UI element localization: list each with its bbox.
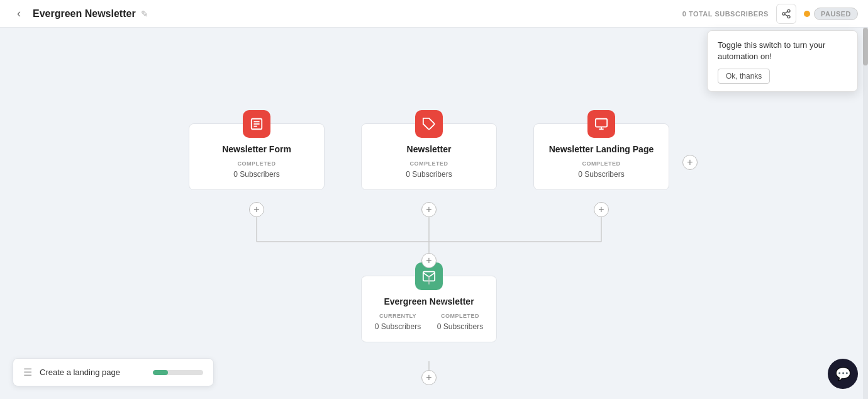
plus-bottom-button[interactable]: + [421, 370, 437, 385]
node-newsletter-form[interactable]: Newsletter Form COMPLETED 0 Subscribers [189, 123, 325, 190]
plus-landing-right-icon: + [687, 157, 693, 168]
newsletter-icon [415, 110, 443, 138]
node-evergreen-newsletter[interactable]: Evergreen Newsletter CURRENTLY 0 Subscri… [361, 276, 497, 342]
page-title: Evergreen Newsletter [33, 8, 136, 20]
newsletter-landing-icon [587, 110, 615, 138]
share-button[interactable] [776, 4, 796, 24]
share-icon [781, 9, 791, 19]
node-newsletter[interactable]: Newsletter COMPLETED 0 Subscribers [361, 123, 497, 190]
panel-text: Create a landing page [40, 368, 145, 377]
total-subscribers-label: 0 TOTAL SUBSCRIBERS [682, 10, 769, 18]
newsletter-stats: COMPLETED 0 Subscribers [362, 160, 496, 179]
newsletter-landing-title: Newsletter Landing Page [534, 144, 669, 154]
back-icon: ‹ [17, 7, 21, 20]
chat-bubble-button[interactable]: 💬 [828, 359, 858, 389]
svg-line-3 [785, 14, 788, 16]
newsletter-form-icon [243, 110, 270, 138]
newsletter-stat-value: 0 Subscribers [406, 170, 452, 179]
newsletter-landing-stats: COMPLETED 0 Subscribers [534, 160, 669, 179]
newsletter-landing-stat-value: 0 Subscribers [578, 170, 624, 179]
newsletter-landing-stat-label: COMPLETED [578, 160, 624, 167]
status-badge[interactable]: PAUSED [814, 8, 858, 20]
bottom-panel: ☰ Create a landing page [13, 358, 214, 386]
evergreen-newsletter-title: Evergreen Newsletter [362, 296, 496, 306]
svg-point-0 [787, 9, 790, 12]
scrollbar-track[interactable] [863, 28, 868, 399]
plus-form-button[interactable]: + [249, 202, 264, 217]
newsletter-title: Newsletter [362, 144, 496, 154]
evergreen-currently-value: 0 Subscribers [375, 322, 421, 331]
plus-merge-button[interactable]: + [421, 253, 437, 268]
header-left: ‹ Evergreen Newsletter ✎ [10, 5, 148, 23]
evergreen-newsletter-stats: CURRENTLY 0 Subscribers COMPLETED 0 Subs… [362, 313, 496, 332]
status-toggle[interactable]: PAUSED [804, 8, 858, 20]
tooltip-text: Toggle this switch to turn your automati… [718, 40, 847, 62]
plus-newsletter-button[interactable]: + [421, 202, 437, 217]
evergreen-currently-label: CURRENTLY [375, 313, 421, 319]
evergreen-completed-value: 0 Subscribers [437, 322, 483, 331]
status-dot [804, 11, 810, 17]
panel-progress-bar [153, 370, 168, 375]
node-newsletter-landing[interactable]: Newsletter Landing Page COMPLETED 0 Subs… [533, 123, 669, 190]
plus-landing-right-button[interactable]: + [682, 155, 698, 170]
newsletter-form-stat-label: COMPLETED [233, 160, 279, 167]
plus-merge-icon: + [426, 255, 431, 266]
svg-rect-17 [596, 119, 607, 127]
plus-landing-button[interactable]: + [594, 202, 609, 217]
plus-newsletter-icon: + [426, 204, 431, 215]
plus-landing-icon: + [598, 204, 604, 215]
chat-bubble-icon: 💬 [835, 366, 851, 381]
scrollbar-thumb[interactable] [863, 28, 868, 65]
svg-line-4 [785, 11, 788, 13]
newsletter-form-stat-value: 0 Subscribers [233, 170, 279, 179]
panel-progress [153, 370, 203, 375]
svg-point-1 [782, 13, 785, 15]
edit-icon[interactable]: ✎ [141, 9, 148, 19]
evergreen-completed-label: COMPLETED [437, 313, 483, 319]
tooltip-popup: Toggle this switch to turn your automati… [707, 30, 858, 92]
header-right: 0 TOTAL SUBSCRIBERS PAUSED [682, 4, 858, 24]
header: ‹ Evergreen Newsletter ✎ 0 TOTAL SUBSCRI… [0, 0, 868, 28]
newsletter-form-stats: COMPLETED 0 Subscribers [189, 160, 324, 179]
back-button[interactable]: ‹ [10, 5, 28, 23]
newsletter-stat-label: COMPLETED [406, 160, 452, 167]
tooltip-ok-button[interactable]: Ok, thanks [718, 69, 770, 84]
plus-form-icon: + [253, 204, 259, 215]
panel-icon: ☰ [23, 366, 32, 378]
newsletter-form-title: Newsletter Form [189, 144, 324, 154]
plus-bottom-icon: + [426, 372, 431, 383]
svg-point-2 [787, 15, 790, 18]
